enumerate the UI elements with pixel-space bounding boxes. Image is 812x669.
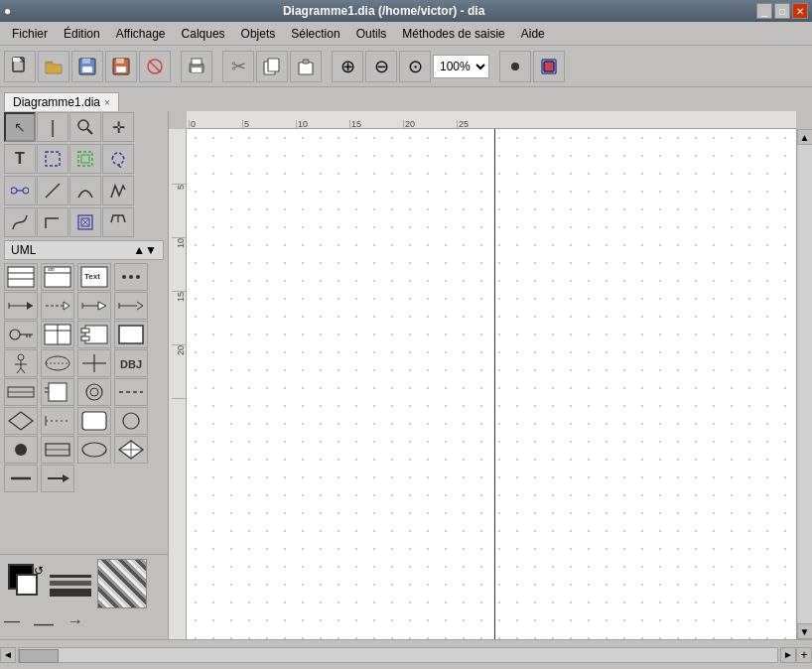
arc-tool[interactable]: [69, 176, 101, 205]
uml-flow[interactable]: [4, 378, 38, 406]
line-style-solid[interactable]: [50, 575, 91, 578]
scroll-track-v[interactable]: [798, 145, 812, 623]
zoom-to-fit-button[interactable]: +: [796, 647, 812, 663]
scrollbar-vertical: ▲ ▼: [796, 129, 812, 639]
svg-line-10: [149, 61, 161, 72]
uml-dep3[interactable]: [77, 292, 111, 320]
paste-button[interactable]: [290, 51, 322, 82]
scroll-down-button[interactable]: ▼: [797, 623, 813, 639]
scroll-right-button[interactable]: ►: [780, 647, 796, 663]
fill-pattern-box[interactable]: [97, 559, 147, 608]
uml-attribute[interactable]: attr: [41, 263, 74, 291]
uml-dep2[interactable]: [41, 292, 74, 320]
uml-dot[interactable]: [4, 436, 38, 464]
uml-db[interactable]: DBJ: [114, 349, 148, 377]
ortholine-tool[interactable]: [37, 207, 68, 237]
save-as-button[interactable]: [105, 51, 137, 82]
line-style-medium[interactable]: [50, 581, 91, 586]
spline-tool[interactable]: [102, 207, 134, 237]
uml-rect3[interactable]: [41, 436, 74, 464]
uml-comp2[interactable]: [41, 378, 74, 406]
new-button[interactable]: [4, 51, 36, 82]
arrow-line[interactable]: —: [34, 612, 54, 635]
uml-actor[interactable]: [4, 349, 38, 377]
zigzag-tool[interactable]: [102, 176, 134, 205]
uml-association[interactable]: [41, 349, 74, 377]
menu-fichier[interactable]: Fichier: [4, 25, 56, 43]
uml-oval[interactable]: [77, 436, 111, 464]
uml-rect2[interactable]: [77, 407, 111, 435]
menu-objets[interactable]: Objets: [233, 25, 284, 43]
arrow-none[interactable]: —: [4, 612, 20, 635]
uml-arrow[interactable]: [41, 465, 74, 492]
arrow-end[interactable]: →: [68, 612, 83, 635]
rubber-band-tool[interactable]: [69, 144, 101, 174]
line-style-thick[interactable]: [50, 589, 91, 597]
svg-text:DBJ: DBJ: [120, 358, 142, 370]
uml-minus[interactable]: [4, 465, 38, 492]
text-tool[interactable]: T: [4, 144, 36, 174]
scroll-up-button[interactable]: ▲: [797, 129, 813, 145]
scroll-left-button[interactable]: ◄: [0, 647, 16, 663]
conn-tool[interactable]: [4, 176, 36, 205]
uml-circ[interactable]: [114, 407, 148, 435]
zoom-reset-button[interactable]: ⊙: [399, 51, 431, 82]
snap-button[interactable]: [533, 51, 565, 82]
menu-methodes[interactable]: Méthodes de saisie: [394, 25, 512, 43]
shape-category-dropdown[interactable]: UML ▲▼: [4, 240, 164, 260]
uml-diamond[interactable]: [4, 407, 38, 435]
line-tool[interactable]: [37, 176, 68, 205]
polyline-tool[interactable]: [69, 207, 101, 237]
grid-toggle-button[interactable]: [499, 51, 531, 82]
diagram-tab[interactable]: Diagramme1.dia ×: [4, 92, 119, 111]
menu-calques[interactable]: Calques: [174, 25, 233, 43]
uml-dots[interactable]: [114, 263, 148, 291]
vtick-0: [172, 131, 186, 185]
uml-dep1[interactable]: [4, 292, 38, 320]
lasso-tool[interactable]: [102, 144, 134, 174]
diagram-canvas[interactable]: [187, 129, 796, 639]
zoom-select[interactable]: 50% 75% 100% 150% 200%: [433, 55, 489, 78]
menu-aide[interactable]: Aide: [513, 25, 553, 43]
uml-box[interactable]: [114, 321, 148, 348]
svg-rect-24: [78, 152, 92, 166]
bezier-tool[interactable]: [4, 207, 36, 237]
select-tool[interactable]: ↖: [4, 112, 36, 142]
menu-affichage[interactable]: Affichage: [108, 25, 174, 43]
scroll-thumb-h[interactable]: [19, 649, 59, 663]
uml-table[interactable]: [41, 321, 74, 348]
uml-class[interactable]: [4, 263, 38, 291]
uml-diamond2[interactable]: [114, 436, 148, 464]
text-cursor-tool[interactable]: |: [37, 112, 68, 142]
save-button[interactable]: [71, 51, 103, 82]
menu-outils[interactable]: Outils: [348, 25, 395, 43]
uml-dep4[interactable]: [114, 292, 148, 320]
uml-dashline2[interactable]: [41, 407, 74, 435]
uml-text-note[interactable]: Text: [77, 263, 111, 291]
uml-dash-line[interactable]: [114, 378, 148, 406]
rect-select-tool[interactable]: [37, 144, 68, 174]
maximize-button[interactable]: □: [774, 3, 790, 19]
print-button[interactable]: [181, 51, 212, 82]
open-button[interactable]: [38, 51, 69, 82]
svg-line-57: [137, 306, 143, 310]
minimize-button[interactable]: _: [756, 3, 772, 19]
close-button[interactable]: ✕: [792, 3, 808, 19]
cut-button[interactable]: ✂: [222, 51, 254, 82]
menu-edition[interactable]: Édition: [56, 25, 108, 43]
uml-pin[interactable]: [77, 349, 111, 377]
tab-close-button[interactable]: ×: [104, 97, 110, 108]
svg-line-72: [17, 368, 21, 373]
zoom-in-button[interactable]: ⊕: [332, 51, 363, 82]
uml-ring[interactable]: [77, 378, 111, 406]
zoom-tool[interactable]: [69, 112, 101, 142]
uml-component[interactable]: [77, 321, 111, 348]
export-button[interactable]: [139, 51, 171, 82]
zoom-out-button[interactable]: ⊖: [365, 51, 397, 82]
copy-button[interactable]: [256, 51, 288, 82]
background-color[interactable]: [16, 574, 38, 596]
uml-key[interactable]: [4, 321, 38, 348]
move-tool[interactable]: ✛: [102, 112, 134, 142]
menu-selection[interactable]: Sélection: [283, 25, 347, 43]
scrollbar-horizontal[interactable]: [18, 647, 778, 663]
